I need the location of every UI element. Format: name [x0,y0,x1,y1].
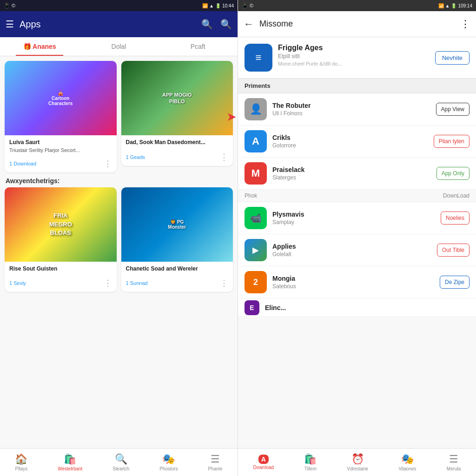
mongia-info: Mongia Satebous [272,275,434,290]
robuter-name: The Robuter [272,102,430,109]
app-card-3-title: Rise Sout Guisten [9,265,112,273]
list-item-mongia[interactable]: 2 Mongia Satebous De Zipe [238,266,476,298]
left-status-bar: 📱 © 📶 ▲ 🔋 10:44 [0,0,238,11]
signal-icon: ▲ [209,3,214,8]
app-card-2[interactable]: APP MOGIOPIBLO Dad, Sook Man Dasedoment.… [121,61,233,166]
app-card-3-menu[interactable]: ⋮ [104,278,112,288]
praiselack-button[interactable]: App Only [436,167,469,180]
right-nav-vilaones[interactable]: 🎭 Vilaones [398,453,416,471]
featured-app-icon: ≡ [245,44,272,72]
tillem-label: Tillem [304,466,317,471]
app-card-4-info: Chanetic Soad and Wereler [121,262,233,277]
applies-info: Applies Golelalt [272,243,431,258]
left-scroll-area: 🎪CartoonCharacters Luiva Saurt Triustair… [0,56,238,448]
app-card-4[interactable]: 🦁 PGMonster Chanetic Soad and Wereler 1 … [121,187,233,292]
list-item-crikls[interactable]: A Crikls Golorrore Plian tylen [238,126,476,158]
app-card-1-menu[interactable]: ⋮ [104,159,112,169]
app-card-2-title: Dad, Sook Man Dasedoment... [126,139,229,146]
list-item-elinc[interactable]: E Elinc... [238,298,476,317]
app-card-2-info: Dad, Sook Man Dasedoment... [121,135,233,150]
phone-icon: ☰ [211,453,220,465]
vorestarie-label: Vdrestarie [347,466,369,471]
right-signal-icon: ▲ [445,3,450,8]
plysmavis-name: Plysmavis [272,211,435,218]
right-nav-tillem[interactable]: 🛍️ Tillem [304,453,317,471]
plysmavis-button[interactable]: Noelies [441,212,469,225]
left-bottom-nav: 🏠 Pllays 🛍️ Westelrbant 🔍 Slearlch 🎭 Pho… [0,448,238,476]
right-nav-vorestarie[interactable]: ⏰ Vdrestarie [347,453,369,471]
divider-right: DownLoad [443,192,469,199]
app-card-4-count: 1 Sunnad [126,280,148,286]
app-card-2-footer: 1 Geads ⋮ [121,150,233,166]
divider-row: Phok DownLoad [238,190,476,202]
app-card-2-menu[interactable]: ⋮ [220,152,228,162]
app-card-4-image: 🦁 PGMonster [121,187,233,262]
app-card-1-count: 1 Download [9,161,36,166]
back-icon[interactable]: ← [244,18,254,30]
crikls-icon: A [245,130,267,152]
more-icon[interactable]: ⋮ [460,18,470,30]
crikls-button[interactable]: Plian tylen [434,135,469,148]
menu-icon[interactable]: ☰ [6,19,14,30]
robuter-sub: Ull I Folnoro [272,110,430,117]
right-time: 109:14 [458,3,472,8]
app-card-1[interactable]: 🎪CartoonCharacters Luiva Saurt Triustair… [5,61,117,172]
plays-icon: 🏠 [15,453,27,465]
praiselack-name: Praiselack [272,166,431,173]
tab-pcaft[interactable]: Pcaft [159,37,238,56]
robuter-info: The Robuter Ull I Folnoro [272,102,430,117]
featured-app-info: Friggle Ages Etpill sitll Mone.cheel Pur… [278,44,430,66]
search-icon-1[interactable]: 🔍 [201,19,213,30]
right-status-bar: 📱 © 📶 ▲ 🔋 109:14 [238,0,476,11]
red-arrow-icon: ➤ [226,109,237,124]
app-card-3[interactable]: FRIAMEGROBLOAS Rise Sout Guisten 1 Sexly… [5,187,117,292]
praiselack-info: Praiselack Slaterges [272,166,431,181]
list-item-plysmavis[interactable]: 📹 Plysmavis Samplay Noelies [238,202,476,234]
app-card-3-footer: 1 Sexly ⋮ [5,276,117,292]
app-card-1-footer: 1 Download ⋮ [5,157,117,172]
search-label: Slearlch [112,466,129,471]
app-card-4-title: Chanetic Soad and Wereler [126,265,229,273]
mongia-button[interactable]: De Zipe [440,276,469,289]
nav-photos[interactable]: 🎭 Phostors [159,453,178,471]
tab-dolal[interactable]: Dolal [79,37,158,56]
app-card-3-count: 1 Sexly [9,280,26,286]
featured-app-name: Friggle Ages [278,44,430,52]
search-nav-icon: 🔍 [115,453,127,465]
crikls-sub: Golorrore [272,142,428,149]
nav-westerlbant[interactable]: 🛍️ Westelrbant [58,453,82,471]
featured-app-desc: Mone.cheel Purte &/dlll do... [278,61,430,66]
search-icon-2[interactable]: 🔍 [220,19,232,30]
app-card-2-count: 1 Geads [126,154,145,160]
featured-app-button[interactable]: Nevhite [435,51,469,65]
list-item-robuter[interactable]: 👤 The Robuter Ull I Folnoro App View [238,93,476,126]
right-header: ← Missome ⋮ [238,11,476,37]
right-nav-merula[interactable]: ☰ Merula [447,453,461,471]
right-status-right: 📶 ▲ 🔋 109:14 [438,3,473,8]
app-card-4-menu[interactable]: ⋮ [220,278,228,288]
merula-label: Merula [447,466,461,471]
plays-label: Pllays [15,466,28,471]
right-wifi-icon: 📶 [438,3,444,8]
more-app-grid: FRIAMEGROBLOAS Rise Sout Guisten 1 Sexly… [5,187,233,292]
mongia-sub: Satebous [272,283,434,290]
merula-icon: ☰ [449,453,458,465]
section-label-awxyent: Awxyentchetrigs: [5,172,233,187]
nav-plays[interactable]: 🏠 Pllays [15,453,27,471]
app-card-1-info: Luiva Saurt Triustair Serlity Plarjor Se… [5,135,117,157]
left-status-right: 📶 ▲ 🔋 10:44 [202,3,234,8]
right-nav-download[interactable]: A Download [253,455,274,470]
westerlbant-label: Westelrbant [58,466,82,471]
nav-phone[interactable]: ☰ Phanie [208,453,222,471]
vorestarie-icon: ⏰ [351,453,364,465]
robuter-button[interactable]: App View [436,103,469,116]
plysmavis-info: Plysmavis Samplay [272,211,435,225]
applies-button[interactable]: Out Tible [437,244,469,257]
featured-app: ≡ Friggle Ages Etpill sitll Mone.cheel P… [238,37,476,79]
photos-icon: 🎭 [162,453,175,465]
nav-search[interactable]: 🔍 Slearlch [112,453,129,471]
list-item-praiselack[interactable]: M Praiselack Slaterges App Only [238,158,476,190]
plysmavis-icon: 📹 [245,207,267,229]
tab-ananes[interactable]: 🎁 Ananes [0,37,79,56]
list-item-applies[interactable]: ▶ Applies Golelalt Out Tible [238,234,476,266]
